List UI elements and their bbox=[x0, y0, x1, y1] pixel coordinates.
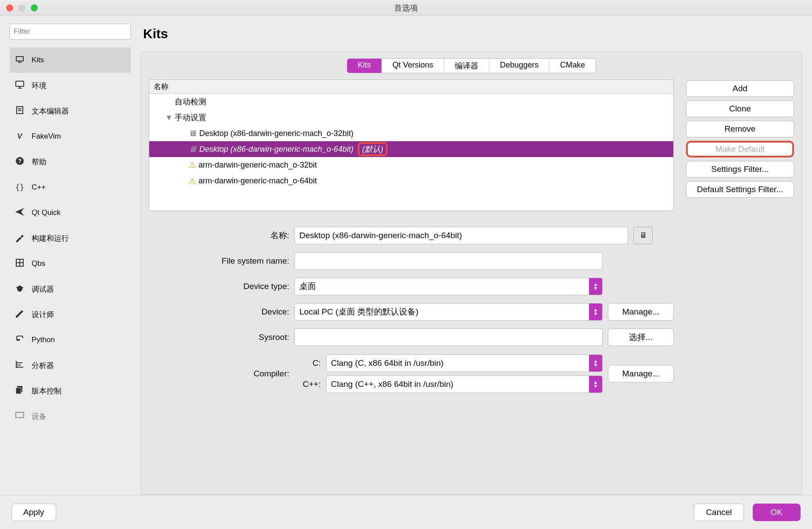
svg-rect-0 bbox=[16, 57, 23, 61]
sidebar-item-label: 文本编辑器 bbox=[32, 106, 69, 116]
sidebar-item-label: Kits bbox=[32, 56, 44, 64]
sidebar-item-label: Qbs bbox=[32, 259, 45, 268]
sidebar-item-designer[interactable]: 设计师 bbox=[10, 302, 131, 327]
close-icon[interactable] bbox=[6, 4, 13, 11]
select-value: Local PC (桌面 类型的默认设备) bbox=[299, 306, 418, 318]
kits-tree[interactable]: 名称 自动检测 ▼ 手动设置 🖥 Desktop (x bbox=[149, 79, 674, 211]
chevron-updown-icon: ▲▼ bbox=[589, 304, 602, 320]
monitor-icon: 🖥 bbox=[640, 231, 647, 240]
tree-row[interactable]: 🖥 Desktop (x86-darwin-generic-mach_o-32b… bbox=[149, 125, 673, 141]
window-controls bbox=[6, 4, 38, 11]
cpp-compiler-select[interactable]: Clang (C++, x86 64bit in /usr/bin) ▲▼ bbox=[326, 375, 603, 393]
fakevim-icon: V bbox=[14, 132, 25, 141]
tree-group-manual[interactable]: ▼ 手动设置 bbox=[149, 110, 673, 125]
tab-cmake[interactable]: CMake bbox=[550, 59, 596, 73]
tree-row[interactable]: ⚠ arm-darwin-generic-mach_o-32bit bbox=[149, 157, 673, 173]
chart-icon bbox=[14, 359, 25, 372]
tab-qtversions[interactable]: Qt Versions bbox=[382, 59, 444, 73]
kits-icon bbox=[14, 54, 25, 67]
manage-compiler-button[interactable]: Manage... bbox=[608, 365, 674, 382]
choose-sysroot-button[interactable]: 选择... bbox=[608, 329, 674, 346]
tree-row-label: arm-darwin-generic-mach_o-64bit bbox=[198, 176, 317, 186]
sysroot-input[interactable] bbox=[295, 329, 603, 346]
sidebar-item-label: FakeVim bbox=[32, 132, 61, 141]
tree-row-label: Desktop (x86-darwin-generic-mach_o-32bit… bbox=[199, 129, 353, 138]
svg-text:?: ? bbox=[18, 157, 22, 164]
sidebar-item-texteditor[interactable]: 文本编辑器 bbox=[10, 98, 131, 124]
cpp-label: C++: bbox=[295, 379, 321, 389]
sidebar-item-python[interactable]: Python bbox=[10, 327, 131, 353]
main-content: Kits Kits Qt Versions 编译器 Debuggers CMak… bbox=[136, 16, 812, 495]
name-label: 名称: bbox=[175, 230, 289, 241]
sidebar-item-qbs[interactable]: Qbs bbox=[10, 251, 131, 276]
monitor-icon: 🖥 bbox=[189, 145, 197, 154]
device-icon bbox=[14, 410, 25, 423]
c-compiler-select[interactable]: Clang (C, x86 64bit in /usr/bin) ▲▼ bbox=[326, 354, 603, 372]
sidebar-item-devices[interactable]: 设备 bbox=[10, 404, 131, 429]
tree-row[interactable]: 🖥 Desktop (x86-darwin-generic-mach_o-64b… bbox=[149, 141, 673, 157]
select-value: Clang (C, x86 64bit in /usr/bin) bbox=[331, 358, 444, 368]
tab-debuggers[interactable]: Debuggers bbox=[489, 59, 550, 73]
remove-button[interactable]: Remove bbox=[686, 121, 794, 137]
tree-group-label: 自动检测 bbox=[175, 97, 206, 107]
page-title: Kits bbox=[143, 26, 802, 41]
sidebar-item-label: 设计师 bbox=[32, 310, 54, 320]
sidebar-item-env[interactable]: 环境 bbox=[10, 73, 131, 98]
kit-actions: Add Clone Remove Make Default Settings F… bbox=[686, 79, 794, 490]
tab-compilers[interactable]: 编译器 bbox=[444, 59, 489, 73]
sidebar: Kits 环境 文本编辑器 V FakeVim ? 帮助 bbox=[0, 16, 136, 495]
sidebar-item-vcs[interactable]: 版本控制 bbox=[10, 378, 131, 404]
name-input[interactable] bbox=[295, 227, 628, 244]
sidebar-item-cpp[interactable]: {} C++ bbox=[10, 175, 131, 200]
dialog-footer: Apply Cancel OK bbox=[0, 495, 812, 529]
plane-icon bbox=[14, 207, 25, 219]
make-default-button[interactable]: Make Default bbox=[686, 141, 794, 157]
add-button[interactable]: Add bbox=[686, 80, 794, 97]
kit-form: 名称: 🖥 File system name: bbox=[149, 227, 674, 393]
sidebar-item-buildrun[interactable]: 构建和运行 bbox=[10, 225, 131, 251]
cancel-button[interactable]: Cancel bbox=[694, 504, 744, 521]
tree-row[interactable]: ⚠ arm-darwin-generic-mach_o-64bit bbox=[149, 173, 673, 189]
sysroot-label: Sysroot: bbox=[175, 332, 289, 342]
default-settings-filter-button[interactable]: Default Settings Filter... bbox=[686, 181, 794, 198]
sidebar-item-fakevim[interactable]: V FakeVim bbox=[10, 124, 131, 149]
files-icon bbox=[14, 385, 25, 397]
monitor-icon: 🖥 bbox=[189, 129, 197, 138]
tree-header: 名称 bbox=[149, 80, 673, 94]
filter-input[interactable] bbox=[10, 24, 131, 39]
sidebar-item-label: Python bbox=[32, 336, 55, 344]
device-type-select[interactable]: 桌面 ▲▼ bbox=[295, 278, 603, 295]
disclosure-icon[interactable]: ▼ bbox=[165, 113, 172, 122]
svg-rect-2 bbox=[16, 81, 24, 86]
warning-icon: ⚠ bbox=[189, 176, 196, 186]
maximize-icon[interactable] bbox=[31, 4, 38, 11]
hammer-icon bbox=[14, 232, 25, 245]
fs-input[interactable] bbox=[295, 252, 603, 270]
select-value: Clang (C++, x86 64bit in /usr/bin) bbox=[331, 379, 453, 389]
manage-device-button[interactable]: Manage... bbox=[608, 303, 674, 321]
pencil-icon bbox=[14, 308, 25, 321]
preferences-window: 首选项 Kits 环境 文本编辑器 V FakeVim bbox=[0, 0, 812, 529]
apply-button[interactable]: Apply bbox=[11, 504, 56, 521]
sidebar-item-qtquick[interactable]: Qt Quick bbox=[10, 200, 131, 225]
sidebar-item-kits[interactable]: Kits bbox=[10, 47, 131, 73]
device-select[interactable]: Local PC (桌面 类型的默认设备) ▲▼ bbox=[295, 303, 603, 321]
tree-group-auto[interactable]: 自动检测 bbox=[149, 94, 673, 110]
sidebar-item-help[interactable]: ? 帮助 bbox=[10, 149, 131, 175]
sidebar-item-debugger[interactable]: 调试器 bbox=[10, 276, 131, 302]
tabs: Kits Qt Versions 编译器 Debuggers CMake bbox=[347, 58, 596, 73]
clone-button[interactable]: Clone bbox=[686, 100, 794, 117]
sidebar-item-label: C++ bbox=[32, 183, 46, 192]
settings-filter-button[interactable]: Settings Filter... bbox=[686, 161, 794, 178]
titlebar: 首选项 bbox=[0, 0, 812, 16]
minimize-icon[interactable] bbox=[18, 4, 25, 11]
sidebar-item-analyzer[interactable]: 分析器 bbox=[10, 353, 131, 378]
kit-icon-button[interactable]: 🖥 bbox=[633, 227, 653, 244]
sidebar-item-label: 构建和运行 bbox=[32, 233, 69, 243]
grid-icon bbox=[14, 257, 25, 270]
default-badge: (默认) bbox=[358, 142, 388, 156]
tab-kits[interactable]: Kits bbox=[347, 59, 382, 73]
compiler-label: Compiler: bbox=[175, 354, 289, 393]
window-title: 首选项 bbox=[394, 3, 418, 13]
ok-button[interactable]: OK bbox=[753, 504, 801, 521]
